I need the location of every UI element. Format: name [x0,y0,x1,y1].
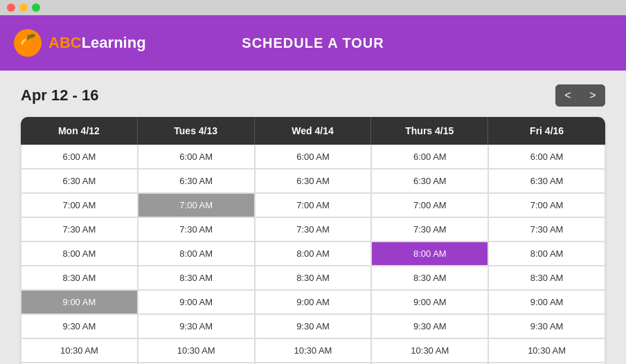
page-title: SCHEDULE A TOUR [242,35,384,51]
time-cell-r1-c1[interactable]: 6:30 AM [138,169,255,193]
time-cell-r4-c2[interactable]: 8:00 AM [255,242,372,266]
time-cell-r6-c0[interactable]: 9:00 AM [21,290,138,314]
time-cell-r0-c4[interactable]: 6:00 AM [488,145,605,169]
logo-text: ABCLearning [48,34,146,52]
time-cell-r8-c4[interactable]: 10:30 AM [488,338,605,363]
col-header-2: Wed 4/14 [255,117,372,145]
time-cell-r2-c3[interactable]: 7:00 AM [371,193,488,217]
time-cell-r8-c1[interactable]: 10:30 AM [138,338,255,363]
col-header-0: Mon 4/12 [21,117,138,145]
time-cell-r3-c3[interactable]: 7:30 AM [371,217,488,242]
time-cell-r1-c0[interactable]: 6:30 AM [21,169,138,193]
time-cell-r0-c2[interactable]: 6:00 AM [255,145,372,169]
logo-area: 🍊 ABCLearning [14,29,146,57]
time-cell-r6-c1[interactable]: 9:00 AM [138,290,255,314]
time-cell-r5-c4[interactable]: 8:30 AM [488,266,605,290]
time-cell-r5-c1[interactable]: 8:30 AM [138,266,255,290]
time-cell-r6-c3[interactable]: 9:00 AM [371,290,488,314]
time-cell-r5-c3[interactable]: 8:30 AM [371,266,488,290]
calendar-grid: Mon 4/12Tues 4/13Wed 4/14Thurs 4/15Fri 4… [21,117,605,364]
time-cell-r2-c2[interactable]: 7:00 AM [255,193,372,217]
calendar-header: Mon 4/12Tues 4/13Wed 4/14Thurs 4/15Fri 4… [21,117,605,145]
time-cell-r2-c4[interactable]: 7:00 AM [488,193,605,217]
col-header-1: Tues 4/13 [138,117,255,145]
time-cell-r1-c3[interactable]: 6:30 AM [371,169,488,193]
col-header-3: Thurs 4/15 [371,117,488,145]
time-cell-r7-c2[interactable]: 9:30 AM [255,314,372,338]
nav-buttons: < > [555,84,605,107]
time-cell-r5-c2[interactable]: 8:30 AM [255,266,372,290]
time-cell-r1-c2[interactable]: 6:30 AM [255,169,372,193]
time-cell-r0-c3[interactable]: 6:00 AM [371,145,488,169]
time-cell-r7-c3[interactable]: 9:30 AM [371,314,488,338]
time-cell-r7-c0[interactable]: 9:30 AM [21,314,138,338]
time-cell-r2-c1[interactable]: 7:00 AM [138,193,255,217]
next-button[interactable]: > [580,84,605,107]
calendar-body: 6:00 AM6:00 AM6:00 AM6:00 AM6:00 AM6:30 … [21,145,605,364]
time-cell-r6-c2[interactable]: 9:00 AM [255,290,372,314]
date-range: Apr 12 - 16 [21,87,99,104]
time-cell-r4-c4[interactable]: 8:00 AM [488,242,605,266]
time-cell-r8-c3[interactable]: 10:30 AM [371,338,488,363]
time-cell-r8-c2[interactable]: 10:30 AM [255,338,372,363]
time-cell-r4-c0[interactable]: 8:00 AM [21,242,138,266]
prev-button[interactable]: < [555,84,580,107]
maximize-dot[interactable] [32,3,40,12]
time-cell-r7-c4[interactable]: 9:30 AM [488,314,605,338]
minimize-dot[interactable] [19,3,28,12]
time-cell-r3-c1[interactable]: 7:30 AM [138,217,255,242]
close-dot[interactable] [7,3,15,12]
time-cell-r3-c2[interactable]: 7:30 AM [255,217,372,242]
app-header: 🍊 ABCLearning SCHEDULE A TOUR [0,15,626,71]
time-cell-r4-c3[interactable]: 8:00 AM [371,242,488,266]
logo-abc: ABC [48,34,82,51]
time-cell-r5-c0[interactable]: 8:30 AM [21,266,138,290]
time-cell-r8-c0[interactable]: 10:30 AM [21,338,138,363]
col-header-4: Fri 4/16 [488,117,605,145]
time-cell-r6-c4[interactable]: 9:00 AM [488,290,605,314]
time-cell-r0-c1[interactable]: 6:00 AM [138,145,255,169]
time-cell-r7-c1[interactable]: 9:30 AM [138,314,255,338]
date-nav: Apr 12 - 16 < > [21,84,605,107]
time-cell-r4-c1[interactable]: 8:00 AM [138,242,255,266]
time-cell-r3-c4[interactable]: 7:30 AM [488,217,605,242]
time-cell-r0-c0[interactable]: 6:00 AM [21,145,138,169]
logo-icon: 🍊 [14,29,42,57]
time-cell-r2-c0[interactable]: 7:00 AM [21,193,138,217]
time-cell-r3-c0[interactable]: 7:30 AM [21,217,138,242]
logo-rest: Learning [82,34,146,51]
title-bar [0,0,626,15]
time-cell-r1-c4[interactable]: 6:30 AM [488,169,605,193]
main-content: Apr 12 - 16 < > Mon 4/12Tues 4/13Wed 4/1… [0,71,626,364]
